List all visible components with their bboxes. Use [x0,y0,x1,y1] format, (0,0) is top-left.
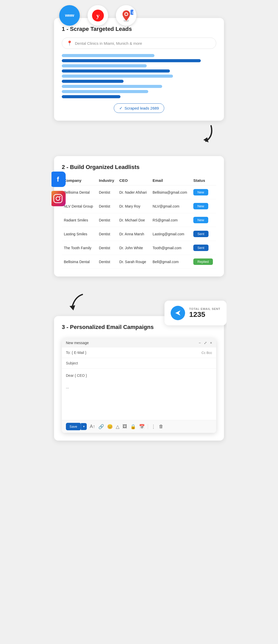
cell-status: New [191,199,216,213]
svg-rect-7 [54,194,62,203]
composer-content[interactable]: Dear { CEO } ... [62,369,216,420]
calendar-icon[interactable]: 📅 [139,424,145,430]
emoji-icon[interactable]: 😊 [107,424,113,430]
save-button-group[interactable]: Save ▾ [66,423,87,430]
cell-company: Bellisima Dental [62,185,97,199]
cell-status: Replied [191,255,216,269]
svg-point-8 [56,197,60,200]
composer-body: To: { E-Mail } Cc Bcc Subject Dear { CEO… [62,347,216,420]
total-email-number: 1235 [189,310,220,319]
section3-card: 3 - Personalized Email Campaigns New mes… [54,316,224,441]
email-composer: New message − ⤢ × To: { E-Mail } Cc Bcc … [62,338,216,433]
composer-greeting: Dear { CEO } [66,373,212,378]
svg-point-3 [125,13,127,15]
cell-ceo: Dr. Mary Roy [117,199,151,213]
total-email-text: TOTAL EMAIL SENT 1235 [189,307,220,319]
cell-industry: Dentist [97,255,117,269]
link-icon[interactable]: 🔗 [98,424,104,430]
status-badge: New [193,189,208,195]
scraped-text: Scraped leads 2689 [125,106,159,110]
cell-industry: Dentist [97,227,117,241]
svg-point-9 [59,196,61,197]
cell-email: NLV@gmail.com [151,199,191,213]
total-email-label: TOTAL EMAIL SENT [189,307,220,310]
section1-title: 1 - Scrape Targeted Leads [62,26,216,32]
cell-email: Bellisima@gmail.com [151,185,191,199]
status-badge: New [193,203,208,209]
composer-title: New message [66,341,89,345]
table-row: Bellisima Dental Dentist Dr. Sarah Rouge… [62,255,216,269]
search-placeholder: Dental Clinics in Miami, Munich & more [75,41,142,46]
scraped-badge: ✓ Scraped leads 2689 [114,103,164,113]
table-row: Radiant Smiles Dentist Dr. Michael Doe R… [62,213,216,227]
section3-email: TOTAL EMAIL SENT 1235 3 - Personalized E… [54,316,224,441]
drive-icon[interactable]: △ [116,424,119,430]
bar-1 [62,54,154,57]
check-icon: ✓ [119,106,123,111]
status-badge: Replied [193,258,213,265]
section2-title: 2 - Build Organized Leadlists [62,164,216,171]
location-pin-icon: 📍 [67,40,72,46]
google-maps-icon: G [116,5,136,26]
cell-company: The Tooth Family [62,241,97,255]
status-badge: Sent [193,245,208,251]
cell-company: NLV Dental Group [62,199,97,213]
bar-8 [62,90,148,93]
save-dropdown-arrow[interactable]: ▾ [81,423,87,430]
bar-3 [62,64,147,67]
cell-ceo: Dr. Anna Marsh [117,227,151,241]
image-icon[interactable]: 🖼 [123,424,127,429]
cell-ceo: Dr. Nader Afshari [117,185,151,199]
table-header-row: Company Industry CEO Email Status [62,176,216,185]
composer-subject-field[interactable]: Subject [62,358,216,369]
col-ceo: CEO [117,176,151,185]
cell-industry: Dentist [97,213,117,227]
cell-industry: Dentist [97,241,117,255]
lock-icon[interactable]: 🔒 [130,424,136,430]
cc-bcc[interactable]: Cc Bcc [202,351,212,355]
cell-ceo: Dr. Sarah Rouge [117,255,151,269]
composer-to-field[interactable]: To: { E-Mail } Cc Bcc [62,347,216,358]
section2-leadlists: f 2 - Build Organized Leadlists Company … [54,156,224,276]
col-status: Status [191,176,216,185]
svg-marker-10 [70,305,75,310]
cell-email: Lasting@gmail.com [151,227,191,241]
loading-bars [62,54,216,98]
svg-text:y: y [96,12,99,19]
bar-2 [62,59,201,62]
col-email: Email [151,176,191,185]
cell-company: Bellisima Dental [62,255,97,269]
font-size-icon[interactable]: A↑ [90,424,95,429]
more-icon[interactable]: ⋮ [151,424,156,430]
cell-industry: Dentist [97,199,117,213]
to-label: To: { E-Mail } [66,351,86,355]
bar-7 [62,85,162,88]
search-bar[interactable]: 📍 Dental Clinics in Miami, Munich & more [62,38,216,49]
status-badge: New [193,217,208,223]
cell-ceo: Dr. Michael Doe [117,213,151,227]
minimize-icon[interactable]: − [199,341,201,345]
table-row: Lasting Smiles Dentist Dr. Anna Marsh La… [62,227,216,241]
total-email-card: TOTAL EMAIL SENT 1235 [164,301,227,325]
leads-table: Company Industry CEO Email Status Bellis… [62,176,216,269]
composer-toolbar: Save ▾ A↑ 🔗 😊 △ 🖼 🔒 📅 ⋮ 🗑 [62,420,216,433]
expand-icon[interactable]: ⤢ [204,341,207,345]
save-button[interactable]: Save [66,423,81,430]
cell-company: Radiant Smiles [62,213,97,227]
toolbar-separator [148,424,148,429]
yelp-icon: y [88,5,108,26]
table-row: The Tooth Family Dentist Dr. John White … [62,241,216,255]
close-icon[interactable]: × [210,341,212,345]
delete-icon[interactable]: 🗑 [159,424,163,429]
composer-header: New message − ⤢ × [62,338,216,347]
composer-controls: − ⤢ × [199,341,212,345]
table-row: NLV Dental Group Dentist Dr. Mary Roy NL… [62,199,216,213]
cell-email: Bell@gmail.com [151,255,191,269]
facebook-icon: f [51,172,66,187]
cell-email: Tooth@gmail.com [151,241,191,255]
cell-email: RS@gmail.com [151,213,191,227]
social-icons: f [51,172,66,206]
section1-scrape: www y G [54,5,224,146]
bar-6 [62,80,124,83]
cell-status: Sent [191,227,216,241]
